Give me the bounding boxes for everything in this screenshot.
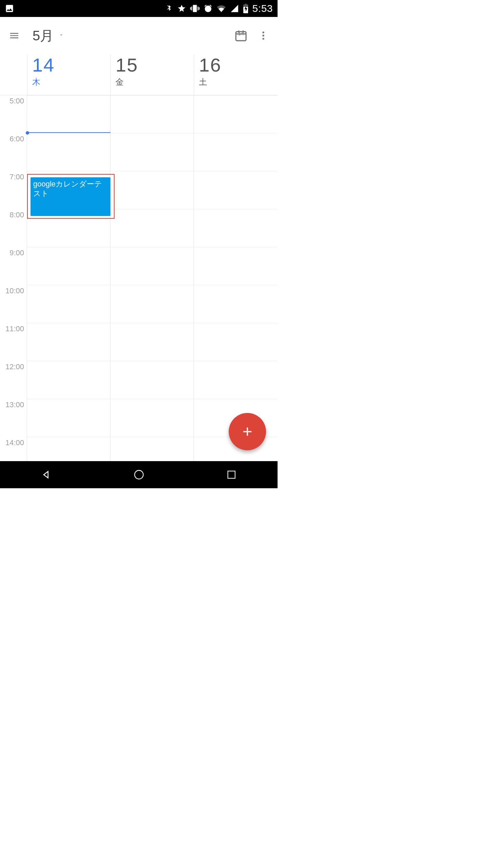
svg-point-1 bbox=[262, 32, 264, 33]
hour-cell[interactable] bbox=[194, 247, 277, 285]
cell-signal-icon bbox=[230, 4, 239, 13]
day-number: 15 bbox=[116, 56, 189, 75]
day-of-week: 土 bbox=[199, 77, 273, 87]
create-event-fab[interactable] bbox=[229, 413, 266, 450]
svg-point-3 bbox=[262, 38, 264, 40]
day-header-16[interactable]: 16 土 bbox=[194, 54, 278, 95]
hour-cell[interactable] bbox=[194, 171, 277, 209]
wifi-icon bbox=[217, 4, 226, 13]
hour-cell[interactable] bbox=[27, 247, 110, 285]
day-of-week: 木 bbox=[32, 77, 106, 87]
app-bar: 5月 14 bbox=[0, 17, 278, 54]
dropdown-caret-icon bbox=[58, 32, 64, 39]
hour-cell[interactable] bbox=[110, 323, 194, 361]
system-nav-bar bbox=[0, 461, 278, 488]
status-bar: 5:53 bbox=[0, 0, 278, 17]
hour-label: 5:00 bbox=[0, 95, 27, 133]
month-label: 5月 bbox=[33, 26, 54, 45]
nav-home-button[interactable] bbox=[129, 465, 149, 485]
hour-row: 11:00 bbox=[0, 323, 278, 361]
hour-cell[interactable] bbox=[110, 95, 194, 133]
hour-cell[interactable] bbox=[194, 95, 277, 133]
hour-cell[interactable] bbox=[194, 133, 277, 171]
hour-label: 6:00 bbox=[0, 133, 27, 171]
vibrate-icon bbox=[190, 4, 200, 13]
hour-cell[interactable] bbox=[27, 323, 110, 361]
month-picker[interactable]: 5月 bbox=[33, 26, 64, 45]
hour-row: 12:00 bbox=[0, 361, 278, 399]
hour-cell[interactable] bbox=[27, 285, 110, 323]
hour-cell[interactable] bbox=[27, 95, 110, 133]
hour-label: 10:00 bbox=[0, 285, 27, 323]
svg-rect-5 bbox=[228, 471, 235, 478]
hour-cell[interactable] bbox=[27, 133, 110, 171]
bluetooth-icon bbox=[165, 4, 173, 13]
calendar-event[interactable]: googleカレンダーテスト bbox=[30, 177, 110, 216]
hour-cell[interactable] bbox=[110, 285, 194, 323]
hour-cell[interactable] bbox=[27, 399, 110, 437]
hour-cell[interactable] bbox=[194, 361, 277, 399]
nav-back-button[interactable] bbox=[36, 465, 57, 485]
hour-cell[interactable] bbox=[110, 361, 194, 399]
hour-label: 7:00 bbox=[0, 171, 27, 209]
hour-cell[interactable] bbox=[110, 209, 194, 247]
hour-cell[interactable] bbox=[110, 437, 194, 461]
hour-label: 9:00 bbox=[0, 247, 27, 285]
battery-icon bbox=[243, 4, 248, 13]
today-date-badge: 14 bbox=[233, 31, 249, 37]
time-gutter-header bbox=[0, 54, 27, 95]
hour-cell[interactable] bbox=[27, 437, 110, 461]
hour-row: 6:00 bbox=[0, 133, 278, 171]
status-picture-icon bbox=[5, 4, 14, 13]
current-time-indicator bbox=[27, 132, 110, 133]
status-clock: 5:53 bbox=[252, 3, 273, 14]
hour-row: 10:00 bbox=[0, 285, 278, 323]
hour-row: 5:00 bbox=[0, 95, 278, 133]
hour-cell[interactable] bbox=[110, 133, 194, 171]
hour-cell[interactable] bbox=[110, 247, 194, 285]
hour-cell[interactable] bbox=[110, 171, 194, 209]
menu-button[interactable] bbox=[6, 27, 22, 44]
day-of-week: 金 bbox=[116, 77, 189, 87]
star-icon bbox=[177, 4, 186, 13]
hour-label: 11:00 bbox=[0, 323, 27, 361]
hour-label: 14:00 bbox=[0, 437, 27, 461]
hour-cell[interactable] bbox=[194, 285, 277, 323]
nav-recents-button[interactable] bbox=[221, 465, 242, 485]
hour-row: 9:00 bbox=[0, 247, 278, 285]
hour-cell[interactable] bbox=[194, 209, 277, 247]
day-header-15[interactable]: 15 金 bbox=[111, 54, 194, 95]
svg-point-2 bbox=[262, 35, 264, 36]
hour-label: 12:00 bbox=[0, 361, 27, 399]
hour-cell[interactable] bbox=[27, 361, 110, 399]
hour-label: 13:00 bbox=[0, 399, 27, 437]
calendar-grid[interactable]: 5:006:007:008:009:0010:0011:0012:0013:00… bbox=[0, 95, 278, 461]
hour-cell[interactable] bbox=[110, 399, 194, 437]
day-number: 14 bbox=[32, 56, 106, 75]
day-number: 16 bbox=[199, 56, 273, 75]
overflow-menu-button[interactable] bbox=[255, 27, 271, 44]
jump-to-today-button[interactable]: 14 bbox=[233, 27, 249, 44]
hour-label: 8:00 bbox=[0, 209, 27, 247]
svg-point-4 bbox=[135, 470, 143, 479]
hour-cell[interactable] bbox=[194, 323, 277, 361]
day-header-row: 14 木 15 金 16 土 bbox=[0, 54, 278, 95]
day-header-14[interactable]: 14 木 bbox=[27, 54, 111, 95]
alarm-icon bbox=[204, 4, 212, 13]
